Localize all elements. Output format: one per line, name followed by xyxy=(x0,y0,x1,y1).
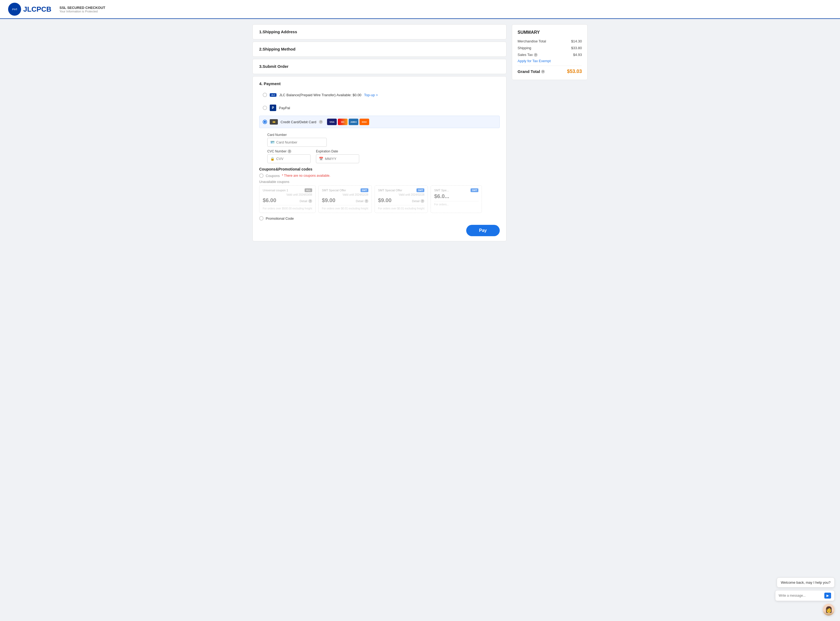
coupons-title: Coupons&Promotional codes xyxy=(259,167,500,171)
mastercard-icon: MC xyxy=(338,119,347,125)
card-number-input[interactable] xyxy=(276,140,324,144)
coupon-radio-row: Coupons * There are no coupons available… xyxy=(259,174,500,178)
coupon-card: SMT Special Offer SMT Valid until 2024/0… xyxy=(375,185,428,213)
sales-tax-value: $4.93 xyxy=(573,53,582,57)
merchandise-label: Merchandise Total xyxy=(517,39,546,43)
card-radio[interactable] xyxy=(263,120,267,124)
cvc-input[interactable] xyxy=(276,157,308,161)
main-container: 1.Shipping Address 2.Shipping Method 3.S… xyxy=(247,24,593,241)
chat-input[interactable] xyxy=(779,594,822,597)
right-column: SUMMARY Merchandise Total $14.30 Shippin… xyxy=(512,24,588,241)
sales-tax-help-icon[interactable]: ? xyxy=(534,53,538,57)
cvc-input-wrapper[interactable]: 🔒 xyxy=(267,154,311,163)
coupon-amount: $9.00 xyxy=(378,197,392,203)
shipping-address-section: 1.Shipping Address xyxy=(252,24,506,39)
shipping-method-title: 2.Shipping Method xyxy=(259,47,296,51)
jlc-radio[interactable] xyxy=(263,93,267,97)
unavailable-title: Unavailable coupons xyxy=(259,180,500,184)
ssl-info: SSL SECURED CHECKOUT Your Information is… xyxy=(59,6,105,13)
coupon-tag: SMT xyxy=(361,188,368,192)
coupon-valid: Valid until 2024/02/28 xyxy=(322,193,368,196)
promo-radio[interactable] xyxy=(259,216,264,221)
grand-total-row: Grand Total ? $53.03 xyxy=(517,69,582,74)
cvc-label: CVC Number ? xyxy=(267,150,311,153)
card-secondary-fields: CVC Number ? 🔒 Expiration Date 📅 xyxy=(267,150,500,163)
coupon-condition: For orders over $0.01 excluding freight xyxy=(378,205,425,210)
cvc-icon: 🔒 xyxy=(270,157,274,161)
merchandise-value: $14.30 xyxy=(571,39,582,43)
card-number-input-wrapper[interactable]: 🪪 xyxy=(267,138,327,147)
card-help-icon[interactable]: ? xyxy=(319,120,323,124)
ssl-title: SSL SECURED CHECKOUT xyxy=(59,6,105,10)
cvc-group: CVC Number ? 🔒 xyxy=(267,150,311,163)
coupon-condition: For orders over $0.01 excluding freight xyxy=(322,205,368,210)
coupon-card: Universal coupon 1 ALL Valid until 2024/… xyxy=(259,185,316,213)
shipping-value: $33.80 xyxy=(571,46,582,50)
apply-tax-link[interactable]: Apply for Tax Exempt xyxy=(517,59,582,63)
grand-total-help-icon[interactable]: ? xyxy=(541,70,545,74)
sales-tax-label: Sales Tax ? xyxy=(517,53,538,57)
no-coupon-message: * There are no coupons available. xyxy=(282,174,330,177)
pay-button[interactable]: Pay xyxy=(466,225,500,236)
coupon-tag: SMT xyxy=(470,188,478,192)
logo-icon: J·LC xyxy=(8,3,21,16)
payment-option-jlc[interactable]: JLC JLC Balance(Prepaid Wire Transfer) A… xyxy=(259,90,500,100)
card-form: Card Number 🪪 CVC Number ? 🔒 xyxy=(259,130,500,163)
expiry-input-wrapper[interactable]: 📅 xyxy=(316,154,359,163)
chat-avatar[interactable]: 👩 xyxy=(823,604,835,616)
paypal-icon: P xyxy=(270,105,276,111)
coupon-tag: SMT xyxy=(417,188,425,192)
expiry-group: Expiration Date 📅 xyxy=(316,150,359,163)
discover-icon: DISC xyxy=(359,119,369,125)
promo-label: Promotional Code xyxy=(266,217,294,221)
card-input-icon: 🪪 xyxy=(270,140,274,144)
left-column: 1.Shipping Address 2.Shipping Method 3.S… xyxy=(252,24,506,241)
amex-icon: AMEX xyxy=(349,119,358,125)
coupon-name: SMT Special Offer xyxy=(322,189,346,192)
logo-text: JLCPCB xyxy=(23,5,52,14)
coupon-radio[interactable] xyxy=(259,174,264,178)
payment-option-card[interactable]: 💳 Credit Card/Debit Card ? VISA MC AMEX … xyxy=(259,116,500,128)
visa-icon: VISA xyxy=(327,119,337,125)
coupon-card: SMT Spe... SMT $6.0... For orders... xyxy=(431,185,482,213)
header: J·LC JLCPCB SSL SECURED CHECKOUT Your In… xyxy=(0,0,840,19)
payment-option-paypal[interactable]: P PayPal xyxy=(259,101,500,114)
expiry-input[interactable] xyxy=(325,157,356,161)
coupon-name: Universal coupon 1 xyxy=(263,189,288,192)
shipping-row: Shipping $33.80 xyxy=(517,46,582,50)
chat-send-button[interactable]: ▶ xyxy=(824,593,831,598)
card-label: Credit Card/Debit Card xyxy=(281,120,316,124)
coupon-valid: Valid until 2024/03/08 xyxy=(263,193,312,196)
grand-total-value: $53.03 xyxy=(567,69,582,74)
coupon-amount: $6.0... xyxy=(434,193,449,200)
submit-order-section: 3.Submit Order xyxy=(252,59,506,74)
submit-order-title: 3.Submit Order xyxy=(259,64,288,69)
coupon-name: SMT Special Offer xyxy=(378,189,402,192)
coupon-detail: Detail ? xyxy=(300,199,312,203)
chat-greeting: Welcome back, may I help you? xyxy=(777,577,835,588)
coupons-label: Coupons xyxy=(266,174,280,178)
promo-row: Promotional Code xyxy=(259,216,500,221)
calendar-icon: 📅 xyxy=(319,157,323,161)
coupon-detail: Detail ? xyxy=(412,199,425,203)
card-number-group: Card Number 🪪 xyxy=(267,133,500,147)
coupons-section: Coupons&Promotional codes Coupons * Ther… xyxy=(259,163,500,221)
coupon-valid: Valid until 2024/02/28 xyxy=(378,193,425,196)
coupon-card: SMT Special Offer SMT Valid until 2024/0… xyxy=(318,185,372,213)
chat-input-row: ▶ xyxy=(775,590,835,601)
jlc-label: JLC Balance(Prepaid Wire Transfer) Avail… xyxy=(279,93,361,97)
topup-link[interactable]: Top-up > xyxy=(364,93,378,97)
coupon-amount: $9.00 xyxy=(322,197,335,203)
shipping-address-title: 1.Shipping Address xyxy=(259,29,297,34)
coupon-amount: $6.00 xyxy=(263,197,276,203)
coupon-condition: For orders... xyxy=(434,201,478,206)
cvc-help-icon[interactable]: ? xyxy=(288,150,291,153)
coupon-condition: For orders over $500.00 excluding freigh… xyxy=(263,205,312,210)
card-number-label: Card Number xyxy=(267,133,500,137)
coupon-cards: Universal coupon 1 ALL Valid until 2024/… xyxy=(259,185,500,213)
coupon-name: SMT Spe... xyxy=(434,189,449,192)
ssl-subtitle: Your Information is Protected xyxy=(59,10,105,13)
paypal-radio[interactable] xyxy=(263,106,267,110)
coupon-detail: Detail ? xyxy=(356,199,368,203)
expiry-label: Expiration Date xyxy=(316,150,359,153)
